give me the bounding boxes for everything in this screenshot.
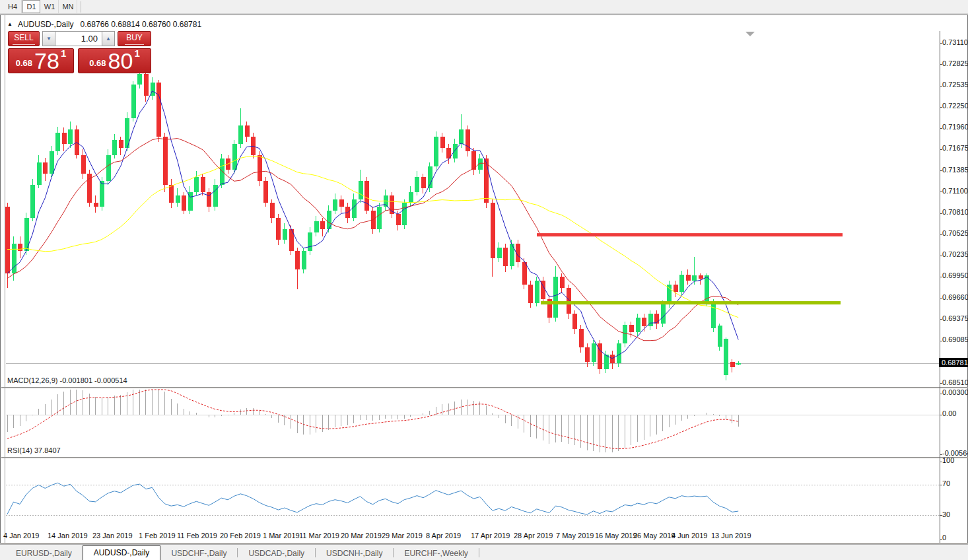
sell-button[interactable]: SELL xyxy=(8,31,40,46)
volume-decrease-button[interactable]: ▼ xyxy=(42,31,55,46)
candle-body xyxy=(484,158,489,203)
candle-body xyxy=(302,251,306,269)
tab-usdchf-daily[interactable]: USDCHF-,Daily xyxy=(160,547,237,560)
tab-usdcnh-daily[interactable]: USDCNH-,Daily xyxy=(316,547,393,560)
timeframe-button-d1[interactable]: D1 xyxy=(22,0,40,13)
date-tick-label: 26 May 2019 xyxy=(633,532,675,540)
chart-shift-marker[interactable] xyxy=(745,32,755,36)
buy-price-prefix: 0.68 xyxy=(89,58,106,68)
candle-body xyxy=(75,129,79,155)
macd-tick-label: 0.00 xyxy=(942,409,956,417)
price-tick-label: 0.71385 xyxy=(942,166,968,174)
resistance-line[interactable] xyxy=(537,233,843,236)
candle-body xyxy=(194,177,199,192)
volume-increase-button[interactable]: ▲ xyxy=(102,31,115,46)
tab-audusd-daily[interactable]: AUDUSD-,Daily xyxy=(83,545,161,560)
candle-body xyxy=(711,303,716,328)
candle-body xyxy=(604,355,609,369)
candle-body xyxy=(396,214,401,225)
candle-body xyxy=(106,155,111,181)
candle-body xyxy=(238,125,243,144)
rsi-indicator-label: RSI(14) 37.8407 xyxy=(7,446,61,454)
candle-body xyxy=(163,137,168,185)
candle-body xyxy=(736,363,741,365)
volume-input[interactable]: 1.00 xyxy=(55,31,102,46)
tab-eurchf-weekly[interactable]: EURCHF-,Weekly xyxy=(394,547,478,560)
candle-body xyxy=(182,195,186,210)
sell-button-label: SELL xyxy=(13,32,34,45)
candle-body xyxy=(263,181,268,203)
price-tick-label: 0.71675 xyxy=(942,144,968,152)
price-tick-label: 0.72250 xyxy=(942,102,968,110)
candle-body xyxy=(503,248,508,266)
candle-body xyxy=(18,244,22,251)
rsi-tick-label: 100 xyxy=(942,456,954,464)
one-click-trading-widget: SELL ▼ 1.00 ▲ BUY 0.68 78 1 0.68 80 1 xyxy=(8,31,151,73)
candle-body xyxy=(661,304,666,324)
date-tick-label: 23 Jan 2019 xyxy=(92,532,133,540)
support-line[interactable] xyxy=(541,301,841,304)
buy-price-big: 80 xyxy=(108,51,133,71)
candle-body xyxy=(333,199,337,211)
date-tick-label: 1 Feb 2019 xyxy=(139,532,176,540)
timeframe-button-w1[interactable]: W1 xyxy=(41,0,59,13)
date-tick-label: 29 Mar 2019 xyxy=(382,532,423,540)
candle-body xyxy=(560,277,565,288)
date-tick-label: 13 Jun 2019 xyxy=(711,532,751,540)
tab-eurusd-daily[interactable]: EURUSD-,Daily xyxy=(5,547,83,560)
candle-body xyxy=(572,314,577,328)
date-tick-label: 7 May 2019 xyxy=(556,532,594,540)
date-tick-label: 14 Jan 2019 xyxy=(48,532,88,540)
buy-price-box[interactable]: 0.68 80 1 xyxy=(78,48,151,73)
candle-body xyxy=(62,133,67,144)
symbol-label: AUDUSD-,Daily xyxy=(18,20,74,29)
buy-button[interactable]: BUY xyxy=(118,31,151,46)
collapse-panel-icon[interactable]: ▲ xyxy=(7,21,13,27)
tab-usdcad-daily[interactable]: USDCAD-,Daily xyxy=(238,547,315,560)
date-tick-label: 8 Apr 2019 xyxy=(426,532,461,540)
candle-body xyxy=(283,229,287,240)
candle-body xyxy=(535,281,539,303)
timeframe-toolbar: H4D1W1MN xyxy=(0,0,968,14)
chart-canvas[interactable] xyxy=(1,15,968,544)
window-inner-border xyxy=(5,15,5,543)
candle-body xyxy=(295,251,300,269)
date-tick-label: 4 Jan 2019 xyxy=(3,532,39,540)
tab-separator xyxy=(479,548,479,557)
date-tick-label: 16 May 2019 xyxy=(595,532,637,540)
candle-body xyxy=(251,137,256,155)
arrow-up-icon: ▲ xyxy=(106,36,111,42)
candle-body xyxy=(592,343,596,362)
candle-body xyxy=(156,83,161,137)
sell-price-big: 78 xyxy=(34,51,59,71)
price-tick-label: 0.71100 xyxy=(942,187,968,195)
chart-window[interactable]: ▲AUDUSD-,Daily0.68766 0.68814 0.68760 0.… xyxy=(0,15,968,543)
candle-body xyxy=(705,275,709,302)
candle-body xyxy=(213,185,218,207)
candle-body xyxy=(421,177,426,188)
sell-price-box[interactable]: 0.68 78 1 xyxy=(8,48,74,73)
timeframe-button-mn[interactable]: MN xyxy=(59,0,77,13)
price-tick-label: 0.71960 xyxy=(942,123,968,131)
toolbar-separator xyxy=(81,1,81,13)
ohlc-values: 0.68766 0.68814 0.68760 0.68781 xyxy=(81,20,202,29)
date-tick-label: 4 Jun 2019 xyxy=(672,532,707,540)
candle-body xyxy=(100,181,104,207)
candle-body xyxy=(686,275,691,281)
candle-body xyxy=(610,355,615,363)
price-tick-label: 0.70810 xyxy=(942,208,968,216)
candle-body xyxy=(730,362,735,367)
price-tick-label: 0.70525 xyxy=(942,229,968,237)
candle-body xyxy=(144,74,149,96)
candle-body xyxy=(522,262,527,285)
candle-body xyxy=(699,275,703,278)
candle-body xyxy=(440,137,445,148)
candle-body xyxy=(466,129,470,152)
candle-body xyxy=(258,155,262,181)
candle-body xyxy=(276,218,281,240)
candle-body xyxy=(364,181,369,211)
candle-body xyxy=(5,207,10,273)
candle-body xyxy=(169,185,174,203)
timeframe-button-h4[interactable]: H4 xyxy=(4,0,22,13)
candle-body xyxy=(623,325,627,343)
